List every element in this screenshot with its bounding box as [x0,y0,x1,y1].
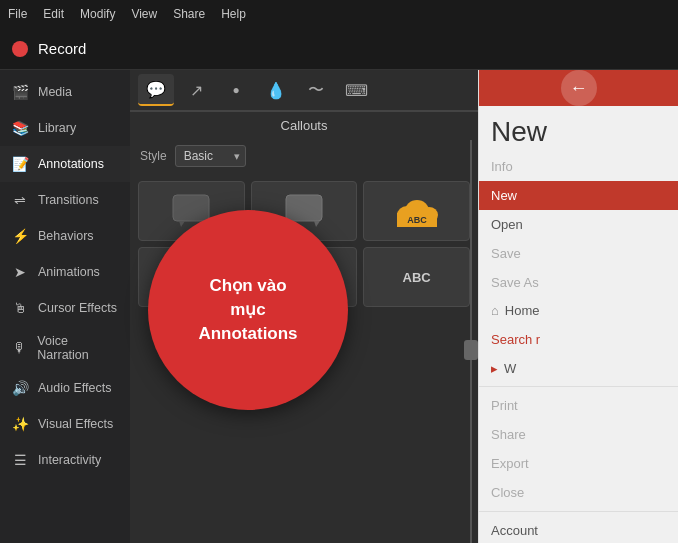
keyboard-tab-btn[interactable]: ⌨ [338,74,374,106]
style-select[interactable]: Basic Arrow Sketch [175,145,246,167]
rp-open[interactable]: Open [479,210,678,239]
svg-text:ABC: ABC [407,215,427,225]
back-button[interactable]: ← [561,70,597,106]
voice-narration-icon: 🎙 [10,338,29,358]
callouts-section-label: Callouts [130,112,478,139]
sidebar: 🎬 Media 📚 Library 📝 Annotations ⇌ Transi… [0,70,130,543]
sidebar-item-transitions[interactable]: ⇌ Transitions [0,182,130,218]
sidebar-label-annotations: Annotations [38,157,104,171]
record-dot [12,41,28,57]
rp-close[interactable]: Close [479,478,678,507]
template-label: W [504,361,516,376]
rp-home[interactable]: ⌂ Home [479,297,678,324]
animations-icon: ➤ [10,262,30,282]
annotation-tooltip: Chọn vào mục Annotations [148,210,348,410]
annotation-item-6[interactable]: ABC [363,247,470,307]
style-row: Style Basic Arrow Sketch [130,139,478,173]
sidebar-label-interactivity: Interactivity [38,453,101,467]
arrow-tab-icon: ↗ [190,81,203,100]
rp-print[interactable]: Print [479,391,678,420]
svg-rect-0 [173,195,209,221]
visual-effects-icon: ✨ [10,414,30,434]
main-layout: 🎬 Media 📚 Library 📝 Annotations ⇌ Transi… [0,70,678,543]
sidebar-label-animations: Animations [38,265,100,279]
callout-tab-icon: 💬 [146,80,166,99]
rp-divider2 [479,511,678,512]
rp-account[interactable]: Account [479,516,678,543]
rp-info[interactable]: Info [479,152,678,181]
menu-view[interactable]: View [131,7,157,21]
interactivity-icon: ☰ [10,450,30,470]
sidebar-item-media[interactable]: 🎬 Media [0,74,130,110]
title-bar: Record [0,28,678,70]
curve-tab-icon: 〜 [308,80,324,101]
menu-edit[interactable]: Edit [43,7,64,21]
arrow-tab-btn[interactable]: ↗ [178,74,214,106]
home-icon: ⌂ [491,303,499,318]
sidebar-item-behaviors[interactable]: ⚡ Behaviors [0,218,130,254]
circle-tab-icon: ● [232,83,239,97]
sidebar-item-library[interactable]: 📚 Library [0,110,130,146]
sidebar-item-cursor-effects[interactable]: 🖱 Cursor Effects [0,290,130,326]
template-arrow-icon: ▸ [491,361,498,376]
annotation-item-cloud[interactable]: ABC [363,181,470,241]
divider-handle[interactable] [464,340,478,360]
right-panel-header: ← [479,70,678,106]
menu-help[interactable]: Help [221,7,246,21]
tooltip-text: Chọn vào mục Annotations [198,274,297,345]
sidebar-label-visual-effects: Visual Effects [38,417,113,431]
rp-template-item[interactable]: ▸ W [479,355,678,382]
sidebar-label-transitions: Transitions [38,193,99,207]
sidebar-item-audio-effects[interactable]: 🔊 Audio Effects [0,370,130,406]
keyboard-tab-icon: ⌨ [345,81,368,100]
sidebar-item-visual-effects[interactable]: ✨ Visual Effects [0,406,130,442]
sidebar-item-interactivity[interactable]: ☰ Interactivity [0,442,130,478]
app-title: Record [38,40,86,57]
rp-save[interactable]: Save [479,239,678,268]
sidebar-label-media: Media [38,85,72,99]
right-panel-menu: Info New Open Save Save As ⌂ Home Search… [479,152,678,543]
drop-tab-icon: 💧 [266,81,286,100]
sidebar-item-animations[interactable]: ➤ Animations [0,254,130,290]
circle-tab-btn[interactable]: ● [218,74,254,106]
menu-modify[interactable]: Modify [80,7,115,21]
audio-effects-icon: 🔊 [10,378,30,398]
library-icon: 📚 [10,118,30,138]
sidebar-item-annotations[interactable]: 📝 Annotations [0,146,130,182]
sidebar-label-library: Library [38,121,76,135]
icon-toolbar: 💬 ↗ ● 💧 〜 ⌨ [130,70,478,112]
search-label: Search r [491,332,540,347]
sidebar-label-voice-narration: Voice Narration [37,334,120,362]
drop-tab-btn[interactable]: 💧 [258,74,294,106]
annotations-icon: 📝 [10,154,30,174]
style-label: Style [140,149,167,163]
svg-marker-1 [179,221,185,227]
media-icon: 🎬 [10,82,30,102]
rp-export[interactable]: Export [479,449,678,478]
menu-file[interactable]: File [8,7,27,21]
menu-bar: File Edit Modify View Share Help [0,0,678,28]
svg-rect-2 [286,195,322,221]
rp-share[interactable]: Share [479,420,678,449]
right-panel: ← New Info New Open Save Save As ⌂ Home … [478,70,678,543]
curve-tab-btn[interactable]: 〜 [298,74,334,106]
abc-label-3: ABC [403,270,431,285]
sidebar-label-audio-effects: Audio Effects [38,381,111,395]
callout-tab-btn[interactable]: 💬 [138,74,174,106]
home-label: Home [505,303,540,318]
search-template: Search r [479,324,678,355]
sidebar-label-cursor-effects: Cursor Effects [38,301,117,315]
rp-new[interactable]: New [479,181,678,210]
sidebar-label-behaviors: Behaviors [38,229,94,243]
svg-marker-3 [314,221,320,227]
style-select-wrapper: Basic Arrow Sketch [175,145,246,167]
back-arrow-icon: ← [570,78,588,99]
sidebar-item-voice-narration[interactable]: 🎙 Voice Narration [0,326,130,370]
rp-divider [479,386,678,387]
behaviors-icon: ⚡ [10,226,30,246]
transitions-icon: ⇌ [10,190,30,210]
cloud-icon: ABC [391,191,443,231]
cursor-effects-icon: 🖱 [10,298,30,318]
menu-share[interactable]: Share [173,7,205,21]
rp-save-as[interactable]: Save As [479,268,678,297]
